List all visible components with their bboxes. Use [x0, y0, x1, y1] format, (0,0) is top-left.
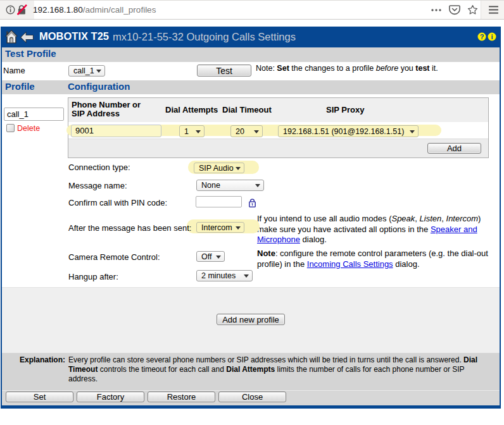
svg-text:i: i [491, 33, 493, 40]
svg-text:?: ? [480, 33, 484, 40]
